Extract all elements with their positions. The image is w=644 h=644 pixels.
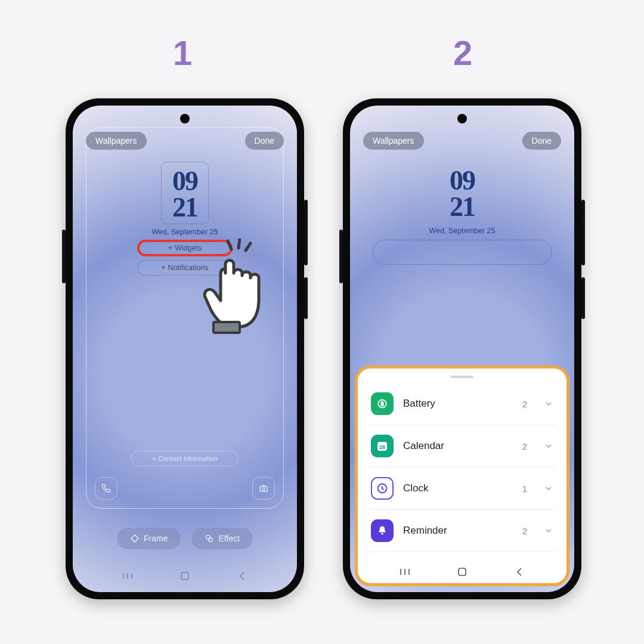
widget-item-reminder[interactable]: Reminder 2 — [369, 510, 556, 552]
svg-point-3 — [209, 538, 213, 542]
contact-info-button[interactable]: + Contact information — [131, 451, 239, 466]
circles-icon — [205, 534, 214, 543]
widget-slot-empty[interactable] — [373, 240, 552, 265]
chevron-down-icon — [544, 484, 553, 493]
svg-rect-13 — [381, 402, 384, 407]
svg-rect-14 — [382, 401, 383, 402]
wallpapers-button[interactable]: Wallpapers — [363, 132, 424, 150]
svg-point-18 — [381, 532, 383, 534]
power-button — [339, 230, 343, 283]
widget-item-clock[interactable]: Clock 1 — [369, 467, 556, 510]
screen-1: + Contact information Wallpapers Done 09… — [73, 106, 297, 592]
frame-tool[interactable]: Frame — [117, 528, 181, 549]
svg-rect-22 — [459, 568, 466, 575]
widget-item-battery[interactable]: Battery 2 — [369, 383, 556, 425]
svg-point-2 — [206, 535, 210, 540]
nav-home[interactable] — [456, 565, 469, 578]
plus-icon: + — [168, 244, 172, 252]
done-button[interactable]: Done — [245, 132, 284, 150]
widget-label: Clock — [403, 482, 513, 494]
chevron-down-icon — [544, 441, 553, 451]
volume-button — [304, 200, 308, 265]
clock-minute: 21 — [450, 194, 475, 220]
front-camera — [457, 114, 467, 123]
svg-line-8 — [228, 241, 231, 249]
phone-icon — [101, 484, 111, 493]
nav-recents[interactable] — [121, 569, 134, 583]
svg-rect-0 — [260, 487, 267, 492]
widget-item-calendar[interactable]: 28 Calendar 2 — [369, 425, 556, 467]
svg-rect-11 — [213, 322, 240, 333]
widgets-panel: Battery 2 28 Calendar 2 Clock 1 — [355, 366, 569, 586]
phone-frame-1: + Contact information Wallpapers Done 09… — [66, 98, 304, 599]
wallpapers-button[interactable]: Wallpapers — [86, 132, 147, 150]
nav-back[interactable] — [236, 569, 249, 583]
volume-button — [304, 277, 308, 319]
effect-label: Effect — [218, 534, 240, 543]
volume-button — [581, 277, 585, 319]
clock-hour: 09 — [172, 168, 197, 194]
bell-icon — [371, 519, 394, 542]
chevron-down-icon — [544, 399, 553, 408]
date-label: Wed, September 25 — [89, 228, 280, 236]
calendar-icon: 28 — [371, 435, 394, 457]
clock-hour: 09 — [450, 168, 475, 194]
svg-text:28: 28 — [379, 444, 385, 450]
widget-count: 2 — [522, 526, 527, 536]
svg-point-1 — [262, 488, 265, 490]
drag-handle[interactable] — [451, 376, 473, 378]
frame-label: Frame — [144, 534, 168, 543]
volume-button — [581, 200, 585, 265]
camera-icon — [259, 484, 268, 493]
diamond-icon — [130, 534, 140, 543]
widgets-label: Widgets — [175, 244, 202, 252]
clock-widget[interactable]: 09 21 — [439, 162, 485, 223]
tap-cursor-icon — [199, 239, 289, 342]
nav-recents[interactable] — [398, 565, 411, 578]
date-label: Wed, September 25 — [367, 227, 558, 235]
clock-widget[interactable]: 09 21 — [161, 162, 209, 224]
svg-line-10 — [246, 243, 250, 250]
svg-rect-7 — [181, 572, 188, 580]
widget-count: 2 — [522, 441, 527, 451]
effect-tool[interactable]: Effect — [191, 528, 253, 549]
step-2-label: 2 — [453, 33, 472, 73]
power-button — [62, 230, 66, 283]
nav-home[interactable] — [178, 569, 191, 583]
widget-count: 1 — [522, 484, 527, 494]
battery-icon — [371, 392, 394, 415]
contact-info-label: Contact information — [158, 455, 218, 462]
widget-label: Battery — [403, 398, 513, 410]
plus-icon: + — [161, 264, 165, 272]
phone-shortcut[interactable] — [95, 477, 117, 500]
front-camera — [180, 114, 190, 123]
clock-icon — [371, 477, 394, 500]
camera-shortcut[interactable] — [252, 477, 275, 500]
chevron-down-icon — [544, 526, 553, 535]
widget-count: 2 — [522, 399, 527, 409]
plus-icon: + — [152, 455, 156, 462]
widget-label: Reminder — [403, 525, 513, 537]
clock-minute: 21 — [172, 194, 197, 221]
step-1-label: 1 — [173, 33, 192, 73]
phone-frame-2: Wallpapers Done 09 21 Wed, September 25 … — [343, 98, 581, 599]
nav-back[interactable] — [513, 565, 526, 578]
done-button[interactable]: Done — [522, 132, 561, 150]
svg-line-9 — [239, 239, 240, 248]
screen-2: Wallpapers Done 09 21 Wed, September 25 … — [350, 106, 574, 592]
widget-label: Calendar — [403, 440, 513, 452]
